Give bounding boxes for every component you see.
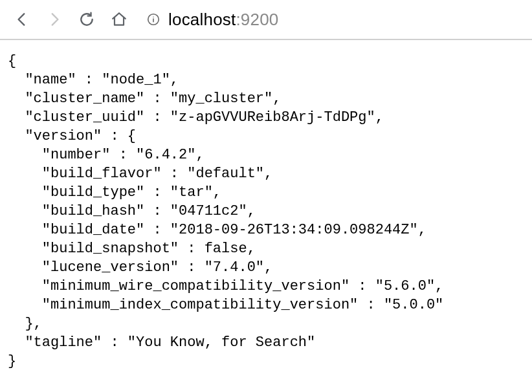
browser-toolbar: localhost:9200: [0, 0, 532, 40]
reload-button[interactable]: [72, 5, 101, 34]
forward-button[interactable]: [40, 5, 69, 34]
json-response: { "name" : "node_1", "cluster_name" : "m…: [8, 52, 532, 371]
site-info-icon[interactable]: [146, 12, 161, 27]
url-text: localhost:9200: [168, 10, 279, 30]
page-content: { "name" : "node_1", "cluster_name" : "m…: [0, 40, 532, 371]
url-host: localhost: [168, 10, 236, 29]
address-bar[interactable]: localhost:9200: [146, 5, 524, 34]
url-port: :9200: [236, 10, 278, 29]
home-button[interactable]: [105, 5, 133, 34]
back-button[interactable]: [8, 5, 36, 34]
svg-point-2: [153, 17, 153, 17]
